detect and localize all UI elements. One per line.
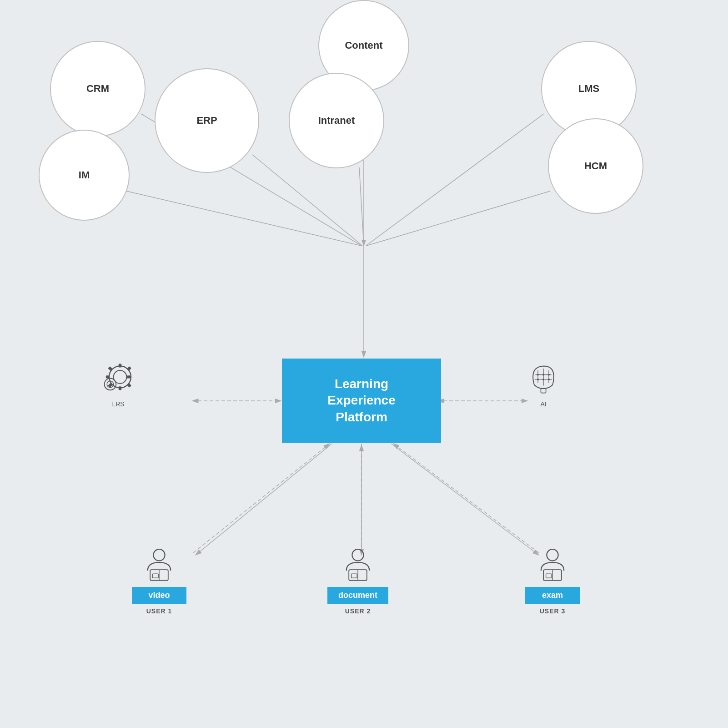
svg-point-42 <box>537 379 539 380</box>
lep-box: LearningExperiencePlatform <box>282 359 441 443</box>
svg-line-19 <box>193 444 330 553</box>
circle-intranet: Intranet <box>289 73 384 168</box>
user2-icon <box>337 546 378 587</box>
user1-badge: video <box>132 587 186 604</box>
svg-line-8 <box>252 155 362 246</box>
svg-point-46 <box>153 549 165 561</box>
user1-icon <box>139 546 180 587</box>
svg-point-54 <box>547 549 558 561</box>
svg-line-9 <box>359 167 364 246</box>
user3-label: USER 3 <box>540 607 566 615</box>
user3-node: exam USER 3 <box>525 546 580 615</box>
svg-line-10 <box>366 114 544 246</box>
lep-label: LearningExperiencePlatform <box>327 376 395 425</box>
svg-line-16 <box>196 444 332 555</box>
diagram: LEP dashed double arrow --> LEP dashed d… <box>0 0 728 728</box>
circle-hcm: HCM <box>548 118 643 214</box>
lrs-icon <box>100 359 136 396</box>
svg-rect-27 <box>127 375 131 378</box>
user2-label: USER 2 <box>345 607 371 615</box>
svg-point-50 <box>352 549 363 561</box>
svg-rect-29 <box>127 366 131 371</box>
svg-point-44 <box>548 379 550 380</box>
circle-erp: ERP <box>155 68 259 173</box>
svg-rect-31 <box>127 383 131 388</box>
ai-icon <box>525 359 562 396</box>
user1-label: USER 1 <box>146 607 172 615</box>
circle-im: IM <box>39 130 130 221</box>
ai-icon-container: AI <box>525 359 562 408</box>
user2-node: document USER 2 <box>327 546 388 615</box>
user2-badge: document <box>327 587 388 604</box>
svg-line-21 <box>393 444 539 553</box>
svg-point-39 <box>537 374 539 376</box>
svg-point-43 <box>542 379 544 380</box>
svg-line-12 <box>367 191 550 246</box>
user3-badge: exam <box>525 587 580 604</box>
ai-label: AI <box>525 400 562 408</box>
svg-rect-52 <box>351 574 357 578</box>
svg-rect-24 <box>119 364 121 368</box>
svg-rect-25 <box>119 386 121 390</box>
svg-rect-56 <box>546 574 552 578</box>
svg-point-41 <box>548 374 550 376</box>
user1-node: video USER 1 <box>132 546 186 615</box>
svg-rect-45 <box>541 389 546 393</box>
svg-rect-26 <box>106 375 110 378</box>
circle-crm: CRM <box>50 41 146 136</box>
svg-line-11 <box>126 191 361 246</box>
user3-icon <box>532 546 573 587</box>
svg-point-40 <box>542 374 544 376</box>
lrs-icon-container: LRS <box>100 359 136 408</box>
lrs-label: LRS <box>100 400 136 408</box>
svg-rect-48 <box>153 574 159 578</box>
svg-line-18 <box>391 444 539 555</box>
